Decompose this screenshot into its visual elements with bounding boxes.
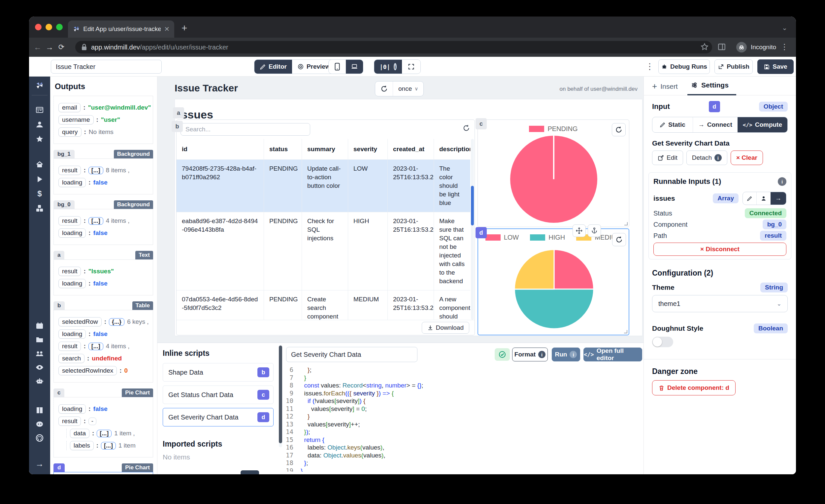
table-row[interactable]: eaba8d96-e387-4d2d-8494-096e4143b8faPEND… — [176, 212, 470, 290]
hide-panels-button[interactable]: |0| i — [374, 60, 402, 74]
resize-handle[interactable] — [624, 330, 627, 333]
component-tag-b[interactable]: b — [172, 121, 183, 132]
users-icon[interactable] — [35, 349, 44, 358]
debug-runs-button[interactable]: Debug Runs — [658, 59, 710, 74]
collapse-rail-icon[interactable]: → — [35, 459, 44, 469]
connect-arg-button[interactable]: → — [770, 192, 786, 205]
canvas-refresh-button[interactable] — [375, 81, 393, 96]
output-row-result[interactable]: result:[...]4 items , — [58, 342, 149, 351]
desktop-view-button[interactable] — [346, 60, 363, 74]
side-panel-icon[interactable] — [718, 43, 726, 51]
column-header-created_at[interactable]: created_at — [388, 139, 434, 159]
output-row-username[interactable]: username:"user" — [58, 115, 149, 125]
eye-icon[interactable] — [35, 363, 44, 372]
tabs-chevron-icon[interactable]: ⌄ — [782, 24, 788, 32]
robot-icon[interactable] — [35, 377, 44, 385]
code-editor[interactable]: 6 };7 }8 const values: Record<string, nu… — [282, 366, 642, 472]
fullscreen-button[interactable] — [402, 60, 421, 74]
schedule-icon[interactable] — [35, 321, 44, 330]
output-row-labels[interactable]: labels:[...]1 item — [66, 441, 149, 450]
table-scrollbar[interactable] — [471, 139, 474, 320]
output-row-data[interactable]: data:[...]1 item , — [66, 429, 149, 438]
component-tag-a[interactable]: a — [173, 107, 184, 119]
table-search-input[interactable]: Search... — [180, 123, 310, 136]
publish-button[interactable]: Publish — [715, 59, 753, 74]
minimize-window-button[interactable] — [46, 24, 52, 30]
disconnect-button[interactable]: × Disconnect — [653, 242, 786, 256]
star-icon[interactable] — [35, 135, 44, 143]
edit-script-button[interactable]: Edit — [652, 150, 683, 165]
output-row-selectedRow[interactable]: selectedRow:{...}6 keys , — [58, 317, 149, 327]
compute-mode-button[interactable]: </> Compute — [738, 117, 788, 132]
output-section-id[interactable]: d — [54, 463, 65, 472]
reload-icon[interactable]: ⟳ — [56, 43, 67, 52]
output-section-id[interactable]: a — [54, 251, 64, 260]
editor-tab[interactable]: Editor — [254, 60, 292, 74]
output-row-email[interactable]: email:"user@windmill.dev" — [58, 103, 149, 112]
output-row-loading[interactable]: loading:false — [58, 330, 149, 339]
folder-icon[interactable] — [35, 335, 44, 344]
output-row-result[interactable]: result:- — [58, 417, 149, 426]
output-row-query[interactable]: query:No items — [58, 127, 149, 137]
scrollbar-thumb[interactable] — [471, 186, 474, 225]
inline-script-c[interactable]: Get Status Chart Datac — [163, 385, 274, 404]
home-icon[interactable] — [35, 160, 44, 169]
table-row[interactable]: 794208f5-2735-428a-b4af-b071ff0a2962PEND… — [176, 159, 470, 212]
book-icon[interactable] — [35, 406, 44, 415]
output-row-loading[interactable]: loading:false — [58, 228, 149, 238]
output-section-id[interactable]: b — [54, 301, 65, 310]
refresh-mode-dropdown[interactable]: once∨ — [393, 81, 424, 96]
download-button[interactable]: Download — [422, 322, 470, 334]
output-row-loading[interactable]: loading:false — [58, 404, 149, 414]
dollar-icon[interactable]: $ — [35, 190, 44, 198]
mobile-view-button[interactable] — [329, 60, 346, 74]
github-icon[interactable] — [35, 434, 44, 442]
output-section-id[interactable]: bg_1 — [54, 150, 75, 158]
scripts-scrollbar[interactable] — [279, 345, 282, 447]
close-window-button[interactable] — [35, 24, 42, 30]
output-row-search[interactable]: search:undefined — [58, 354, 149, 363]
format-button[interactable]: Formati — [512, 348, 548, 361]
table-refresh-button[interactable] — [463, 125, 470, 133]
script-name-input[interactable]: Get Severity Chart Data — [286, 347, 418, 362]
connect-mode-button[interactable]: →Connect — [693, 117, 738, 132]
maximize-window-button[interactable] — [56, 24, 63, 30]
address-bar[interactable]: app.windmill.dev/apps/edit/u/user/issue-… — [75, 41, 712, 54]
output-row-result[interactable]: result:[...]8 items , — [58, 166, 149, 175]
user-input-button[interactable] — [756, 192, 770, 205]
run-button[interactable]: Runi — [552, 348, 580, 361]
output-row-selectedRowIndex[interactable]: selectedRowIndex:0 — [58, 366, 149, 375]
column-header-description[interactable]: description — [434, 139, 470, 159]
column-header-id[interactable]: id — [176, 139, 264, 159]
back-icon[interactable]: ← — [32, 43, 44, 52]
save-button[interactable]: Save — [757, 59, 794, 74]
column-header-severity[interactable]: severity — [348, 139, 388, 159]
more-options-icon[interactable]: ⋮ — [646, 61, 654, 72]
new-tab-button[interactable]: + — [181, 22, 188, 34]
tab-insert[interactable]: + Insert — [652, 81, 678, 91]
open-full-editor-button[interactable]: </> Open full editor — [584, 348, 642, 361]
browser-menu-icon[interactable]: ⋮ — [780, 42, 789, 52]
theme-select[interactable]: theme1 ⌄ — [652, 295, 788, 312]
inline-script-b[interactable]: Shape Datab — [163, 363, 274, 381]
delete-component-button[interactable]: Delete component: d — [652, 380, 736, 395]
static-arg-button[interactable] — [743, 192, 756, 205]
apps-icon[interactable] — [35, 105, 44, 114]
play-icon[interactable] — [35, 175, 44, 184]
output-row-loading[interactable]: loading:false — [58, 279, 149, 288]
incognito-avatar[interactable] — [736, 42, 747, 53]
user-icon[interactable] — [35, 120, 44, 129]
detach-script-button[interactable]: Detachi — [686, 150, 727, 165]
output-row-loading[interactable]: loading:false — [58, 178, 149, 187]
clear-script-button[interactable]: × Clear — [731, 150, 763, 165]
inline-script-d[interactable]: Get Severity Chart Datad — [163, 408, 274, 426]
table-row[interactable]: 07da0553-4e6e-4d56-8ded-5fd0f7d5c3c2PEND… — [176, 290, 470, 320]
output-row-result[interactable]: result:"Issues" — [58, 267, 149, 276]
output-row-result[interactable]: result:[...]4 items , — [58, 216, 149, 225]
scrollbar-thumb[interactable] — [279, 346, 282, 443]
tab-settings[interactable]: Settings — [691, 81, 729, 89]
cubes-icon[interactable] — [35, 204, 44, 213]
resize-handle[interactable] — [624, 222, 628, 225]
column-header-status[interactable]: status — [264, 139, 302, 159]
static-mode-button[interactable]: Static — [653, 117, 693, 132]
